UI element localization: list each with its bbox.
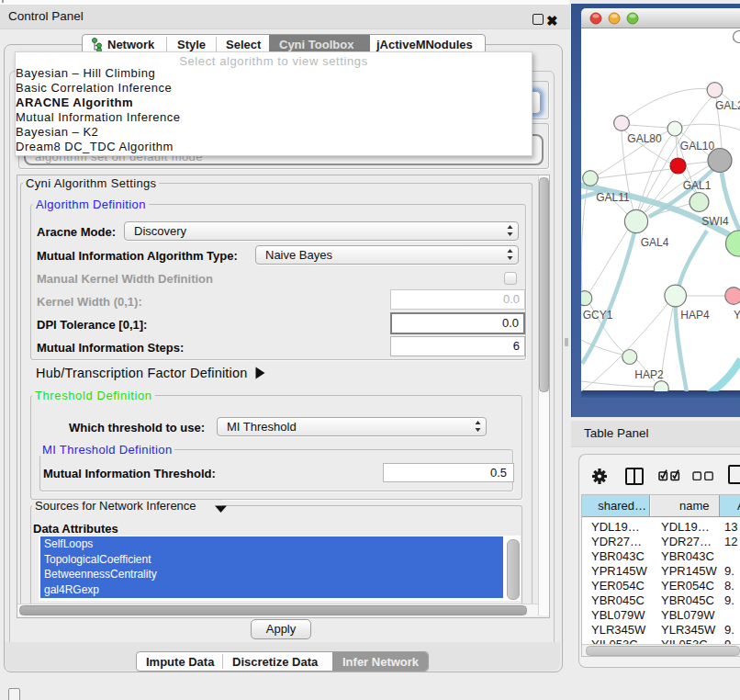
svg-text:YE: YE: [734, 309, 740, 322]
svg-text:SWI4: SWI4: [701, 215, 729, 228]
svg-text:GAL1: GAL1: [683, 179, 712, 192]
svg-text:GCY1: GCY1: [583, 309, 613, 322]
svg-text:GAL11: GAL11: [596, 191, 630, 204]
svg-text:GAL4: GAL4: [641, 236, 669, 249]
svg-text:GAL80: GAL80: [627, 132, 662, 145]
svg-text:HAP4: HAP4: [680, 309, 710, 322]
svg-text:HAP2: HAP2: [634, 368, 664, 381]
svg-text:GAL2: GAL2: [715, 99, 740, 112]
svg-text:GAL10: GAL10: [680, 140, 715, 152]
